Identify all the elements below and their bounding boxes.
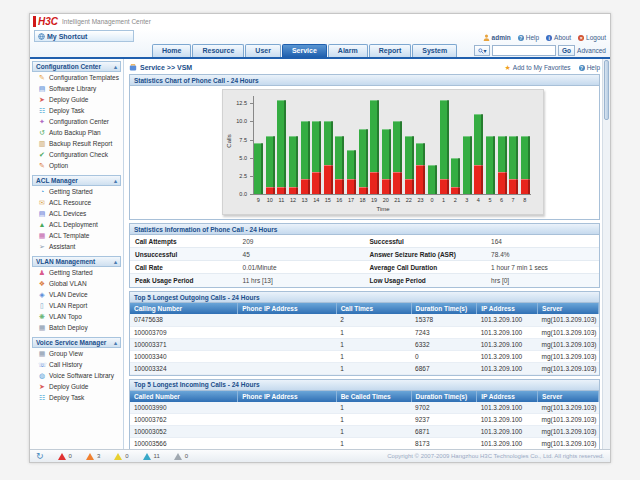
sidebar-item-getting-started[interactable]: ♟Getting Started: [32, 267, 121, 278]
add-to-favorites-link[interactable]: ★Add to My Favorites: [505, 64, 571, 72]
help-label: Help: [526, 34, 539, 41]
help-link[interactable]: ? Help: [518, 34, 539, 41]
sidebar-item-deploy-task[interactable]: ☷Deploy Task: [32, 392, 121, 403]
sidebar-item-batch-deploy[interactable]: ▦Batch Deploy: [32, 322, 121, 333]
alarm-count: 11: [154, 453, 160, 459]
sidebar-item-deploy-task[interactable]: ☷Deploy Task: [32, 105, 121, 116]
column-header-server[interactable]: Server: [538, 303, 599, 314]
search-go-button[interactable]: Go: [558, 45, 575, 56]
collapse-arrow-icon[interactable]: ▴: [114, 177, 117, 184]
tab-user[interactable]: User: [245, 44, 281, 57]
table-cell[interactable]: mg(101.3.209.103): [538, 426, 599, 438]
search-scope-dropdown[interactable]: ▾: [474, 45, 490, 56]
sidebar-item-vlan-device[interactable]: ◈VLAN Device: [32, 289, 121, 300]
table-cell[interactable]: mg(101.3.209.103): [538, 362, 599, 374]
column-header-called-number[interactable]: Called Number: [130, 391, 238, 402]
table-cell[interactable]: mg(101.3.209.103): [538, 402, 599, 414]
number-cell-link[interactable]: 100003324: [130, 362, 238, 374]
sidebar-item-configuration-check[interactable]: ✔Configuration Check: [32, 149, 121, 160]
sidebar-item-acl-resource[interactable]: ✉ACL Resource: [32, 197, 121, 208]
number-cell-link[interactable]: 100003340: [130, 350, 238, 362]
number-cell-link[interactable]: 100003566: [130, 438, 238, 450]
table-cell: 1: [336, 338, 411, 350]
sidebar-item-vlan-report[interactable]: ▯VLAN Report: [32, 300, 121, 311]
table-cell[interactable]: mg(101.3.209.103): [538, 350, 599, 362]
number-cell-link[interactable]: 07475638: [130, 314, 238, 326]
collapse-arrow-icon[interactable]: ▴: [114, 258, 117, 265]
sidebar-item-configuration-templates[interactable]: ✎Configuration Templates: [32, 72, 121, 83]
column-header-calling-number[interactable]: Calling Number: [130, 303, 238, 314]
sidebar-item-call-history[interactable]: ☏Call History: [32, 359, 121, 370]
tab-report[interactable]: Report: [369, 44, 412, 57]
scrollbar-thumb[interactable]: [604, 60, 609, 120]
sidebar-item-deploy-guide[interactable]: ➤Deploy Guide: [32, 381, 121, 392]
tab-alarm[interactable]: Alarm: [328, 44, 368, 57]
sidebar-item-acl-deployment[interactable]: ▲ACL Deployment: [32, 219, 121, 230]
alarm-counter-minor[interactable]: 0: [114, 453, 128, 460]
about-link[interactable]: i About: [546, 34, 571, 41]
sidebar-item-global-vlan[interactable]: ❖Global VLAN: [32, 278, 121, 289]
tab-service[interactable]: Service: [282, 44, 327, 57]
vlan-topo-icon: ❋: [38, 313, 46, 321]
number-cell-link[interactable]: 100003990: [130, 402, 238, 414]
collapse-arrow-icon[interactable]: ▴: [114, 339, 117, 346]
sidebar-section-header-voice-service-manager[interactable]: Voice Service Manager▴: [32, 337, 121, 348]
sidebar-item-label: ACL Resource: [49, 199, 91, 206]
search-advanced-link[interactable]: Advanced: [577, 47, 606, 54]
alarm-counter-warning[interactable]: 11: [143, 453, 160, 460]
table-cell[interactable]: mg(101.3.209.103): [538, 438, 599, 450]
number-cell-link[interactable]: 100003052: [130, 426, 238, 438]
logout-link[interactable]: × Logout: [578, 34, 606, 41]
column-header-duration-time-s[interactable]: Duration Time(s): [411, 303, 477, 314]
tab-system[interactable]: System: [412, 44, 457, 57]
table-cell[interactable]: mg(101.3.209.103): [538, 326, 599, 338]
alarm-counter-major[interactable]: 3: [86, 453, 100, 460]
bar-successful: [335, 136, 344, 180]
vertical-scrollbar[interactable]: [602, 59, 610, 449]
table-cell[interactable]: mg(101.3.209.103): [538, 314, 599, 326]
alarm-counter-critical[interactable]: 0: [58, 453, 72, 460]
sidebar-item-configuration-center[interactable]: ✦Configuration Center: [32, 116, 121, 127]
sidebar-item-software-library[interactable]: ▤Software Library: [32, 83, 121, 94]
sidebar-item-acl-devices[interactable]: ▤ACL Devices: [32, 208, 121, 219]
current-user[interactable]: admin: [483, 34, 511, 41]
column-header-phone-ip-address[interactable]: Phone IP Address: [238, 303, 336, 314]
column-header-ip-address[interactable]: IP Address: [477, 303, 538, 314]
about-icon: i: [546, 35, 552, 41]
sidebar-section-header-acl-manager[interactable]: ACL Manager▴: [32, 175, 121, 186]
my-shortcut-button[interactable]: My Shortcut: [34, 30, 134, 42]
breadcrumb-help-link[interactable]: ?Help: [579, 64, 600, 71]
alarm-counter-info[interactable]: 0: [174, 453, 188, 460]
search-input[interactable]: [492, 45, 556, 56]
sidebar-item-vlan-topo[interactable]: ❋VLAN Topo: [32, 311, 121, 322]
table-cell[interactable]: mg(101.3.209.103): [538, 414, 599, 426]
table-cell: 101.3.209.100: [477, 314, 538, 326]
sidebar-item-backup-result-report[interactable]: ▥Backup Result Report: [32, 138, 121, 149]
sidebar-section-header-vlan-management[interactable]: VLAN Management▴: [32, 256, 121, 267]
sidebar-item-voice-software-library[interactable]: ◍Voice Software Library: [32, 370, 121, 381]
sidebar-item-acl-template[interactable]: ▦ACL Template: [32, 230, 121, 241]
column-header-ip-address[interactable]: IP Address: [477, 391, 538, 402]
column-header-duration-time-s[interactable]: Duration Time(s): [411, 391, 477, 402]
tab-home[interactable]: Home: [152, 44, 191, 57]
sidebar-item-assistant[interactable]: ➢Assistant: [32, 241, 121, 252]
column-header-call-times[interactable]: Call Times: [336, 303, 411, 314]
sidebar-item-getting-started[interactable]: ◔Getting Started: [32, 186, 121, 197]
sidebar-item-group-view[interactable]: ▦Group View: [32, 348, 121, 359]
sidebar-item-auto-backup-plan[interactable]: ↺Auto Backup Plan: [32, 127, 121, 138]
table-cell[interactable]: mg(101.3.209.103): [538, 338, 599, 350]
number-cell-link[interactable]: 100003709: [130, 326, 238, 338]
tab-resource[interactable]: Resource: [192, 44, 244, 57]
sidebar-item-label: Call History: [49, 361, 82, 368]
sidebar-item-deploy-guide[interactable]: ➤Deploy Guide: [32, 94, 121, 105]
column-header-phone-ip-address[interactable]: Phone IP Address: [238, 391, 336, 402]
alarm-count: 3: [97, 453, 100, 459]
sidebar-section-header-configuration-center[interactable]: Configuration Center▴: [32, 61, 121, 72]
column-header-server[interactable]: Server: [538, 391, 599, 402]
column-header-be-called-times[interactable]: Be Called Times: [336, 391, 411, 402]
number-cell-link[interactable]: 100003762: [130, 414, 238, 426]
collapse-arrow-icon[interactable]: ▴: [114, 63, 117, 70]
refresh-icon[interactable]: ↻: [36, 452, 44, 461]
number-cell-link[interactable]: 100003371: [130, 338, 238, 350]
sidebar-item-option[interactable]: ✎Option: [32, 160, 121, 171]
